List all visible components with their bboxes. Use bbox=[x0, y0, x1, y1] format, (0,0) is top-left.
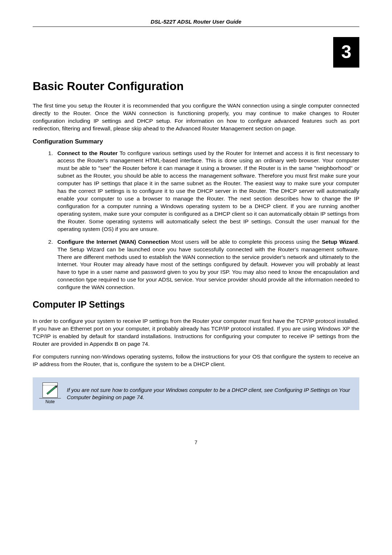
item-mid: Most users will be able to complete this… bbox=[169, 239, 322, 245]
item-body: To configure various settings used by th… bbox=[57, 150, 359, 232]
page-number: 7 bbox=[33, 439, 359, 446]
item-bold-inline: Setup Wizard bbox=[322, 239, 358, 245]
note-text: If you are not sure how to configure you… bbox=[61, 386, 353, 401]
list-item: Connect to the Router To configure vario… bbox=[54, 150, 359, 233]
note-label: Note bbox=[39, 398, 61, 405]
page-title: Basic Router Configuration bbox=[33, 78, 359, 94]
note-icon-container: Note bbox=[39, 382, 61, 405]
list-item: Configure the Internet (WAN) Connection … bbox=[54, 238, 359, 291]
item-body: . The Setup Wizard can be launched once … bbox=[57, 239, 359, 291]
note-callout: Note If you are not sure how to configur… bbox=[33, 377, 359, 410]
config-summary-heading: Configuration Summary bbox=[33, 138, 359, 146]
config-steps-list: Connect to the Router To configure vario… bbox=[33, 150, 359, 292]
section-heading-computer-ip: Computer IP Settings bbox=[33, 299, 359, 311]
body-paragraph: In order to configure your system to rec… bbox=[33, 317, 359, 348]
note-pencil-icon bbox=[42, 382, 58, 398]
item-lead: Configure the Internet (WAN) Connection bbox=[57, 239, 169, 245]
intro-paragraph: The first time you setup the Router it i… bbox=[33, 102, 359, 133]
body-paragraph: For computers running non-Windows operat… bbox=[33, 353, 359, 368]
document-header: DSL-522T ADSL Router User Guide bbox=[33, 18, 359, 27]
chapter-number-badge: 3 bbox=[333, 37, 359, 68]
item-lead: Connect to the Router bbox=[57, 150, 118, 156]
